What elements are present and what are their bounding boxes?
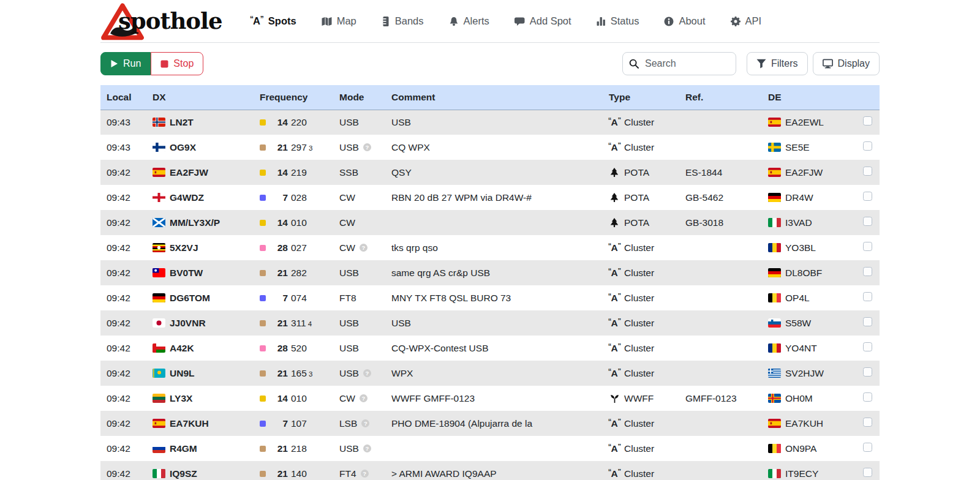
- de-callsign-link[interactable]: EA2FJW: [785, 167, 823, 178]
- reference: [680, 336, 763, 361]
- nav-item-spots[interactable]: “A” Spots: [250, 15, 296, 27]
- filters-button[interactable]: Filters: [747, 52, 808, 75]
- spot-comment: [386, 436, 604, 461]
- mode-label: USB: [339, 117, 359, 128]
- de-callsign-link[interactable]: SE5E: [785, 142, 810, 153]
- nav-item-api[interactable]: API: [731, 15, 762, 27]
- de-country-flag: [768, 444, 781, 453]
- band-color-square: [260, 295, 266, 301]
- dx-callsign-link[interactable]: EA7KUH: [170, 418, 209, 429]
- de-callsign-link[interactable]: EA7KUH: [785, 418, 823, 429]
- row-checkbox[interactable]: [863, 443, 872, 452]
- stop-button[interactable]: Stop: [151, 52, 203, 75]
- display-button[interactable]: Display: [813, 52, 880, 75]
- row-checkbox[interactable]: [863, 292, 872, 301]
- nav-item-bands[interactable]: Bands: [382, 15, 424, 27]
- row-checkbox[interactable]: [863, 317, 872, 326]
- nav-item-add-spot[interactable]: Add Spot: [514, 15, 571, 27]
- nav-item-status[interactable]: Status: [597, 15, 639, 27]
- reference: [680, 411, 763, 436]
- dx-country-flag: [153, 193, 165, 202]
- col-header-comment: Comment: [386, 85, 604, 110]
- mode-label: CW: [339, 217, 355, 228]
- nav-item-about[interactable]: About: [664, 15, 705, 27]
- de-callsign-link[interactable]: IT9ECY: [785, 468, 818, 479]
- row-checkbox[interactable]: [863, 116, 872, 126]
- mode-label: USB: [339, 368, 359, 379]
- de-callsign-link[interactable]: YO3BL: [785, 242, 816, 253]
- dx-callsign-link[interactable]: A42K: [170, 343, 194, 354]
- filters-label: Filters: [771, 58, 798, 69]
- row-checkbox[interactable]: [863, 392, 872, 402]
- reference: GMFF-0123: [680, 386, 763, 411]
- search-box: [622, 52, 736, 75]
- de-callsign-link[interactable]: EA2EWL: [785, 117, 824, 128]
- col-header-frequency: Frequency: [255, 85, 334, 110]
- dx-callsign-link[interactable]: UN9L: [170, 368, 194, 379]
- dx-callsign-link[interactable]: R4GM: [170, 443, 197, 454]
- de-callsign-link[interactable]: DL8OBF: [785, 268, 822, 279]
- tree-icon: [609, 193, 620, 203]
- mode-label: FT8: [339, 293, 356, 304]
- dx-country-flag: [153, 394, 165, 403]
- mode-label: USB: [339, 318, 359, 329]
- antenna-icon: “A”: [250, 15, 263, 27]
- dx-callsign-link[interactable]: 5X2VJ: [170, 242, 198, 253]
- dx-callsign-link[interactable]: OG9X: [170, 142, 196, 153]
- antenna-icon: “A”: [609, 142, 620, 153]
- de-callsign-link[interactable]: I3VAD: [785, 217, 812, 228]
- mode-label: USB: [339, 443, 359, 454]
- search-input[interactable]: [622, 52, 736, 75]
- de-callsign-link[interactable]: OH0M: [785, 393, 813, 404]
- dx-callsign-link[interactable]: BV0TW: [170, 268, 203, 279]
- de-callsign-link[interactable]: SV2HJW: [785, 368, 824, 379]
- de-callsign-link[interactable]: DR4W: [785, 192, 813, 203]
- type-label: Cluster: [624, 343, 654, 354]
- de-callsign-link[interactable]: OP4L: [785, 293, 810, 304]
- dx-callsign-link[interactable]: DG6TOM: [170, 293, 210, 304]
- dx-callsign-link[interactable]: G4WDZ: [170, 192, 204, 203]
- display-label: Display: [838, 58, 870, 69]
- dx-country-flag: [153, 419, 165, 428]
- row-checkbox[interactable]: [863, 267, 872, 276]
- antenna-icon: “A”: [609, 268, 620, 279]
- row-checkbox[interactable]: [863, 192, 872, 201]
- nav-item-map[interactable]: Map: [322, 15, 356, 27]
- col-header-de: DE: [763, 85, 855, 110]
- dx-country-flag: [153, 168, 165, 177]
- dx-callsign-link[interactable]: JJ0VNR: [170, 318, 206, 329]
- de-callsign-link[interactable]: S58W: [785, 318, 811, 329]
- local-time: 09:42: [100, 436, 148, 461]
- row-checkbox[interactable]: [863, 367, 872, 377]
- spothole-logo[interactable]: spothole: [100, 2, 221, 41]
- frequency-mhz: 21: [271, 443, 288, 454]
- row-checkbox[interactable]: [863, 342, 872, 351]
- dx-callsign-link[interactable]: EA2FJW: [170, 167, 208, 178]
- row-checkbox[interactable]: [863, 167, 872, 176]
- dx-callsign-link[interactable]: MM/LY3X/P: [170, 217, 220, 228]
- spot-comment: CQ-WPX-Contest USB: [386, 336, 604, 361]
- nav-label: About: [679, 15, 705, 27]
- de-callsign-link[interactable]: YO4NT: [785, 343, 817, 354]
- row-checkbox[interactable]: [863, 217, 872, 226]
- row-checkbox[interactable]: [863, 242, 872, 251]
- spot-comment: [386, 210, 604, 235]
- row-checkbox[interactable]: [863, 468, 872, 477]
- band-color-square: [260, 396, 266, 402]
- toolbar-right: Filters Display: [622, 52, 880, 75]
- run-button[interactable]: Run: [100, 52, 151, 75]
- row-checkbox[interactable]: [863, 141, 872, 151]
- nav-item-alerts[interactable]: Alerts: [449, 15, 489, 27]
- row-checkbox[interactable]: [863, 418, 872, 427]
- reference: [680, 436, 763, 461]
- tree-icon: [609, 218, 620, 228]
- antenna-icon: “A”: [609, 318, 620, 329]
- dx-callsign-link[interactable]: LY3X: [170, 393, 192, 404]
- dx-country-flag: [153, 369, 165, 378]
- dx-callsign-link[interactable]: IQ9SZ: [170, 468, 197, 479]
- dx-callsign-link[interactable]: LN2T: [170, 117, 194, 128]
- de-callsign-link[interactable]: ON9PA: [785, 443, 816, 454]
- frequency-khz: 218: [291, 443, 307, 454]
- frequency-subdigit: 3: [309, 144, 312, 152]
- antenna-icon: “A”: [609, 242, 620, 253]
